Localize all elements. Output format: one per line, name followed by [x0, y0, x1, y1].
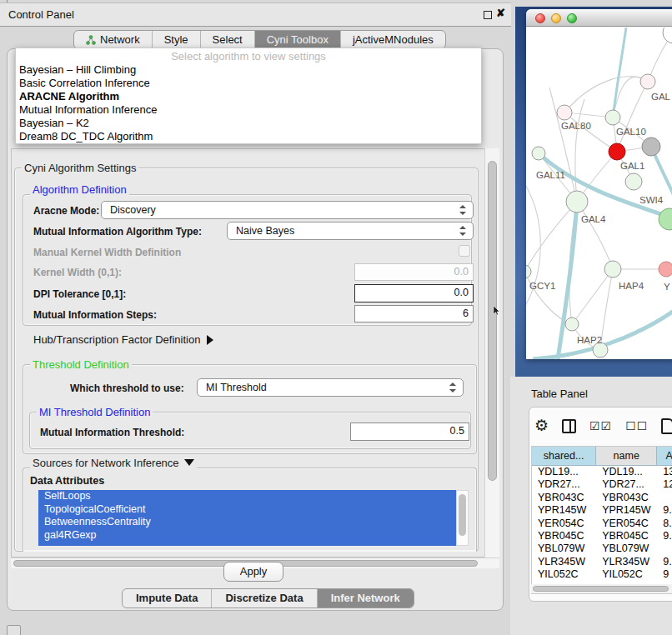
attribute-item-selected[interactable]: TopologicalCoefficient [38, 503, 456, 517]
network-window-titlebar[interactable] [526, 9, 672, 27]
kernel-width-label: Kernel Width (0,1): [33, 267, 122, 278]
unchecked-columns-icon[interactable]: ☐☐ [625, 419, 648, 432]
table-row[interactable]: YLR345W YLR345W 9. [532, 556, 672, 568]
kernel-width-field[interactable]: 0.0 [354, 263, 474, 281]
minimized-panel-icon[interactable] [7, 625, 21, 635]
table-row[interactable]: YPR145W YPR145W 9. [532, 504, 672, 517]
tab-infer-network[interactable]: Infer Network [318, 589, 414, 608]
node-label: HAP2 [577, 335, 602, 345]
table-row[interactable]: YBR043C YBR043C [532, 492, 672, 504]
aracne-mode-combo[interactable]: Discovery [101, 201, 474, 219]
table-panel-title: Table Panel [531, 388, 588, 400]
node-gal1[interactable] [609, 143, 625, 160]
dpi-tolerance-field[interactable]: 0.0 [354, 284, 474, 302]
minimize-window-icon[interactable] [551, 13, 561, 23]
algorithm-option-selected[interactable]: ARACNE Algorithm [16, 90, 481, 103]
panel-title: Control Panel [8, 8, 74, 21]
split-columns-icon[interactable] [562, 419, 576, 433]
combo-stepper-icon [459, 202, 468, 218]
node-gray[interactable] [642, 138, 660, 156]
node-hap4[interactable] [604, 261, 621, 278]
aracne-mode-label: Aracne Mode: [33, 205, 99, 217]
data-attributes-list[interactable]: SelfLoops TopologicalCoefficient Between… [38, 490, 456, 546]
group-title: Cyni Algorithm Settings [22, 162, 138, 174]
application-window: Control Panel ✘ Network Style Select Cyn… [0, 0, 672, 635]
table-header-row: shared... name A [532, 447, 672, 466]
table-row[interactable]: YBR045C YBR045C 9. [532, 530, 672, 542]
node[interactable] [663, 28, 672, 43]
new-table-icon[interactable] [661, 418, 672, 434]
algorithm-option[interactable]: Dream8 DC_TDC Algorithm [16, 130, 481, 143]
node-gal80[interactable] [557, 105, 572, 120]
algorithm-option[interactable]: Bayesian – K2 [16, 117, 481, 130]
gear-icon[interactable]: ⚙ [534, 418, 549, 434]
control-panel-titlebar: Control Panel ✘ [0, 2, 511, 27]
mouse-cursor [493, 306, 500, 316]
tab-jactivemnodules[interactable]: jActiveMNodules [341, 31, 445, 48]
column-header-name[interactable]: name [596, 447, 657, 465]
checked-columns-icon[interactable]: ☑☑ [589, 419, 612, 432]
close-panel-icon[interactable]: ✘ [496, 7, 505, 19]
column-header-shared[interactable]: shared... [532, 447, 596, 465]
table-row[interactable]: YDR27... YDR27... 12 [532, 478, 672, 491]
node-table: shared... name A YDL19... YDL19... 13 YD… [531, 446, 672, 594]
scrollbar-thumb[interactable] [459, 494, 466, 536]
algorithm-option[interactable]: Mutual Information Inference [16, 103, 481, 117]
tab-impute-data[interactable]: Impute Data [123, 589, 212, 608]
node-swi4[interactable] [625, 173, 642, 190]
tab-network-label: Network [100, 31, 140, 48]
tab-style[interactable]: Style [153, 31, 201, 48]
node-gal10[interactable] [605, 110, 620, 125]
settings-vertical-scrollbar[interactable] [484, 148, 499, 558]
table-row[interactable]: YIL052C YIL052C 9 [532, 568, 672, 581]
tab-discretize-data[interactable]: Discretize Data [212, 589, 317, 608]
manual-kernel-checkbox[interactable] [459, 245, 470, 257]
bottom-tabs: Impute Data Discretize Data Infer Networ… [122, 588, 414, 608]
node-gal11[interactable] [532, 147, 545, 160]
float-panel-icon[interactable] [484, 11, 492, 19]
which-threshold-combo[interactable]: MI Threshold [197, 378, 464, 397]
apply-button[interactable]: Apply [223, 562, 283, 582]
table-row[interactable]: YDL19... YDL19... 13 [532, 466, 672, 478]
dropdown-placeholder: Select algorithm to view settings [16, 48, 481, 63]
table-row[interactable]: YER054C YER054C 8. [532, 518, 672, 530]
algorithm-option[interactable]: Bayesian – Hill Climbing [16, 63, 481, 77]
hub-definition-expander[interactable]: Hub/Transcription Factor Definition [33, 333, 213, 346]
attribute-list-scrollbar[interactable] [456, 490, 469, 546]
data-attributes-label: Data Attributes [30, 475, 104, 487]
mi-threshold-field[interactable]: 0.5 [350, 422, 469, 441]
algorithm-option[interactable]: Basic Correlation Inference [16, 77, 481, 90]
mi-steps-field[interactable]: 6 [354, 305, 474, 322]
zoom-window-icon[interactable] [567, 13, 577, 23]
table-row[interactable]: YBL079W YBL079W [532, 542, 672, 555]
node-gcy1[interactable] [526, 265, 531, 278]
node-label: GAL10 [616, 127, 646, 137]
dpi-tolerance-label: DPI Tolerance [0,1]: [33, 288, 126, 300]
column-header-third[interactable]: A [657, 447, 672, 465]
attribute-item-selected[interactable]: SelfLoops [38, 490, 456, 503]
tab-network[interactable]: Network [74, 31, 153, 48]
node-salmon[interactable] [659, 262, 672, 277]
mi-algorithm-type-combo[interactable]: Naive Bayes [227, 222, 474, 240]
table-horizontal-scrollbar[interactable] [531, 584, 672, 593]
network-view-window[interactable]: GAL GAL80 GAL10 GAL1 GAL11 SWI4 GAL4 GCY… [526, 9, 672, 359]
control-panel-tabs: Network Style Select Cyni Toolbox jActiv… [73, 30, 446, 49]
attribute-item-selected[interactable]: gal4RGexp [38, 529, 456, 542]
sources-title[interactable]: Sources for Network Inference [30, 457, 197, 469]
node-gal4[interactable] [566, 191, 588, 212]
tab-cyni-toolbox[interactable]: Cyni Toolbox [255, 31, 341, 48]
close-window-icon[interactable] [535, 13, 545, 23]
tab-select[interactable]: Select [201, 31, 255, 48]
attribute-item-selected[interactable]: BetweennessCentrality [38, 516, 456, 529]
expander-right-arrow-icon [207, 335, 213, 345]
node-label: GCY1 [529, 281, 555, 291]
network-canvas[interactable]: GAL GAL80 GAL10 GAL1 GAL11 SWI4 GAL4 GCY… [526, 28, 672, 359]
node-label: Y [664, 282, 670, 292]
algorithm-dropdown-list: Select algorithm to view settings Bayesi… [15, 48, 482, 144]
scrollbar-thumb[interactable] [488, 161, 497, 481]
scrollbar-thumb[interactable] [533, 586, 669, 592]
node-gal[interactable] [640, 74, 655, 89]
node-hap2[interactable] [565, 318, 579, 331]
table-panel: Table Panel ⚙ ☑☑ ☐☐ shared... name A YDL… [510, 377, 672, 635]
node-green[interactable] [659, 208, 672, 230]
